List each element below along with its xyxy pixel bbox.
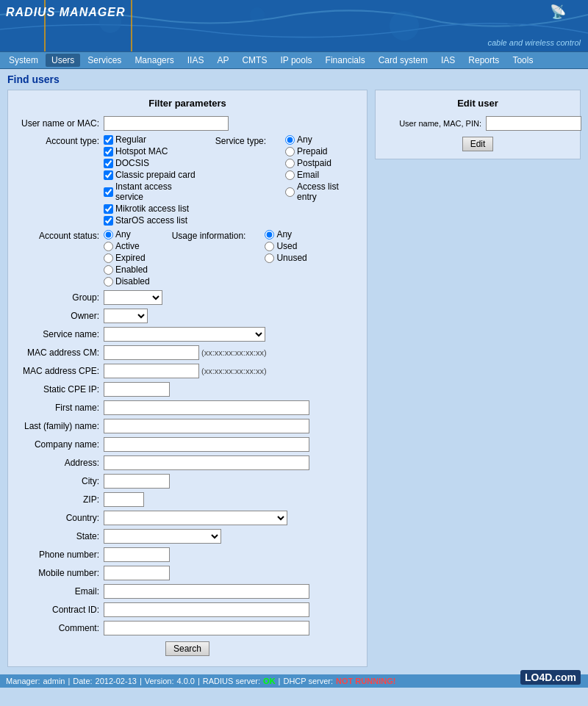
radio-service-prepaid[interactable] bbox=[285, 147, 295, 156]
nav-item-reports[interactable]: Reports bbox=[462, 54, 505, 67]
label-usage-unused: Unused bbox=[276, 253, 306, 263]
radio-status-any[interactable] bbox=[104, 230, 113, 239]
radio-status-disabled[interactable] bbox=[104, 277, 113, 287]
radio-status-enabled[interactable] bbox=[104, 265, 113, 275]
account-status-section: Account status: Any Active Expired bbox=[15, 229, 150, 287]
app-logo: Radius Manager bbox=[6, 6, 125, 19]
username-mac-row: User name or MAC: bbox=[15, 116, 359, 131]
radio-usage-any[interactable] bbox=[265, 230, 274, 239]
country-select[interactable] bbox=[104, 511, 287, 525]
address-label: Address: bbox=[15, 458, 104, 468]
radio-usage-used[interactable] bbox=[265, 242, 274, 251]
radio-status-expired[interactable] bbox=[104, 253, 113, 263]
city-input[interactable] bbox=[104, 474, 170, 489]
lo4d-logo: LO4D.com bbox=[520, 670, 581, 685]
contract-row: Contract ID: bbox=[15, 602, 359, 617]
username-mac-input[interactable] bbox=[104, 116, 229, 131]
group-select[interactable] bbox=[104, 290, 162, 305]
company-row: Company name: bbox=[15, 437, 359, 452]
service-type-label: Service type: bbox=[215, 134, 266, 146]
usage-info-radios: Any Used Unused bbox=[265, 229, 306, 287]
radio-usage-unused[interactable] bbox=[265, 253, 274, 263]
last-name-row: Last (family) name: bbox=[15, 419, 359, 433]
nav-item-ias[interactable]: IAS bbox=[435, 54, 461, 67]
last-name-input[interactable] bbox=[104, 419, 309, 433]
label-status-expired: Expired bbox=[115, 253, 146, 263]
checkbox-staros[interactable] bbox=[104, 216, 113, 226]
checkbox-hotspot[interactable] bbox=[104, 147, 113, 156]
service-name-label: Service name: bbox=[15, 329, 104, 339]
svg-point-3 bbox=[506, 10, 523, 27]
nav-item-users[interactable]: Users bbox=[46, 54, 80, 67]
service-email: Email bbox=[285, 170, 359, 180]
edit-button[interactable]: Edit bbox=[462, 137, 494, 151]
label-usage-any: Any bbox=[276, 229, 292, 239]
nav-item-services[interactable]: Services bbox=[82, 54, 127, 67]
contract-label: Contract ID: bbox=[15, 605, 104, 615]
service-name-row: Service name: bbox=[15, 327, 359, 342]
nav-item-system[interactable]: System bbox=[3, 54, 44, 67]
nav-item-card-system[interactable]: Card system bbox=[373, 54, 434, 67]
checkbox-docsis[interactable] bbox=[104, 159, 113, 168]
label-status-any: Any bbox=[115, 229, 131, 239]
nav-item-iias[interactable]: IIAS bbox=[182, 54, 210, 67]
page-title-bar: Find users bbox=[0, 69, 588, 90]
account-type-regular: Regular bbox=[104, 134, 201, 145]
radio-service-access[interactable] bbox=[285, 187, 295, 197]
radio-service-any[interactable] bbox=[285, 135, 295, 145]
edit-user-row: User name, MAC, PIN: bbox=[383, 116, 573, 131]
mac-cm-input[interactable] bbox=[104, 345, 199, 360]
label-service-any: Any bbox=[297, 134, 312, 145]
usage-info-label: Usage information: bbox=[172, 229, 246, 241]
checkbox-instant[interactable] bbox=[104, 187, 113, 197]
account-type-label: Account type: bbox=[15, 134, 104, 226]
edit-user-input[interactable] bbox=[486, 116, 581, 131]
nav-item-ip-pools[interactable]: IP pools bbox=[274, 54, 318, 67]
email-input[interactable] bbox=[104, 584, 309, 599]
nav-item-managers[interactable]: Managers bbox=[129, 54, 179, 67]
nav-item-tools[interactable]: Tools bbox=[506, 54, 539, 67]
radio-service-email[interactable] bbox=[285, 170, 295, 180]
owner-select[interactable] bbox=[104, 309, 148, 323]
search-button-row: Search bbox=[15, 641, 359, 656]
comment-input[interactable] bbox=[104, 621, 309, 635]
static-cpe-row: Static CPE IP: bbox=[15, 382, 359, 397]
date-value: 2012-02-13 bbox=[96, 677, 137, 685]
mac-cpe-input[interactable] bbox=[104, 364, 199, 378]
label-service-email: Email bbox=[297, 170, 319, 180]
checkbox-classic[interactable] bbox=[104, 170, 113, 180]
last-name-label: Last (family) name: bbox=[15, 421, 104, 431]
static-cpe-input[interactable] bbox=[104, 382, 170, 397]
main-content: Filter parameters User name or MAC: Acco… bbox=[0, 90, 588, 674]
service-name-select[interactable] bbox=[104, 327, 265, 342]
phone-input[interactable] bbox=[104, 547, 170, 562]
label-classic: Classic prepaid card bbox=[115, 170, 196, 180]
zip-label: ZIP: bbox=[15, 494, 104, 505]
account-type-docsis: DOCSIS bbox=[104, 158, 201, 168]
search-button[interactable]: Search bbox=[165, 641, 209, 656]
nav-item-ap[interactable]: AP bbox=[211, 54, 234, 67]
label-service-postpaid: Postpaid bbox=[297, 158, 331, 168]
company-input[interactable] bbox=[104, 437, 309, 452]
checkbox-mikrotik[interactable] bbox=[104, 204, 113, 214]
edit-heading: Edit user bbox=[383, 98, 573, 109]
radio-status-active[interactable] bbox=[104, 242, 113, 251]
state-select[interactable] bbox=[104, 529, 221, 544]
username-mac-label: User name or MAC: bbox=[15, 118, 104, 129]
zip-input[interactable] bbox=[104, 492, 144, 507]
svg-point-2 bbox=[390, 11, 419, 40]
address-input[interactable] bbox=[104, 455, 309, 470]
email-row: Email: bbox=[15, 584, 359, 599]
account-status-label: Account status: bbox=[15, 229, 104, 287]
radius-label: RADIUS server: bbox=[203, 677, 260, 685]
radio-service-postpaid[interactable] bbox=[285, 159, 295, 168]
navigation-bar: SystemUsersServicesManagersIIASAPCMTSIP … bbox=[0, 51, 588, 69]
separator2: | bbox=[140, 677, 142, 685]
contract-input[interactable] bbox=[104, 602, 309, 617]
checkbox-regular[interactable] bbox=[104, 135, 113, 145]
mobile-input[interactable] bbox=[104, 566, 170, 580]
nav-item-cmts[interactable]: CMTS bbox=[236, 54, 273, 67]
service-access-list: Access list entry bbox=[285, 181, 359, 202]
nav-item-financials[interactable]: Financials bbox=[320, 54, 371, 67]
first-name-input[interactable] bbox=[104, 400, 309, 415]
